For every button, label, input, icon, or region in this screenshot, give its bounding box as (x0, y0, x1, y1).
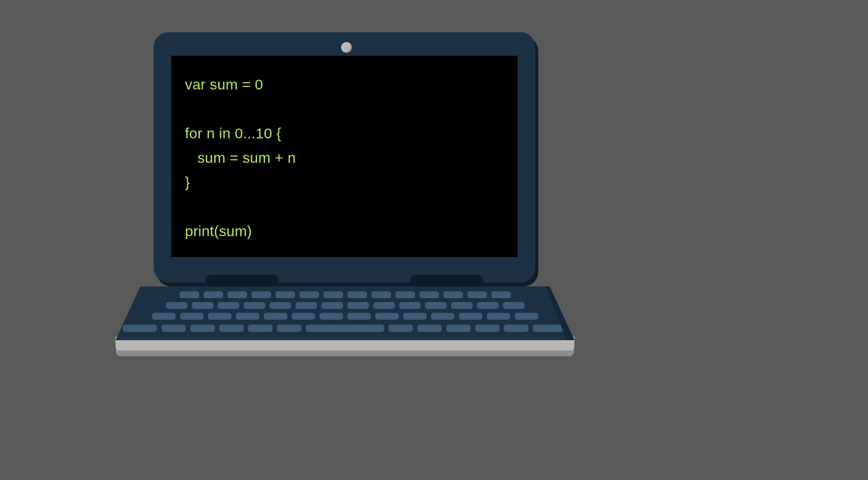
key (477, 302, 499, 309)
key (251, 291, 271, 298)
key (264, 313, 287, 320)
key-row-4 (115, 325, 574, 332)
key (296, 302, 317, 309)
key (161, 325, 186, 332)
webcam-icon (341, 42, 352, 53)
key (503, 302, 525, 309)
key (323, 291, 343, 298)
key (399, 302, 421, 309)
key (166, 302, 187, 309)
key (321, 302, 343, 309)
key (375, 313, 399, 320)
key (277, 325, 301, 332)
code-line-7: print(sum) (185, 223, 252, 239)
key (459, 313, 482, 320)
key (228, 291, 247, 298)
key (347, 291, 367, 298)
key (395, 291, 415, 298)
key (475, 325, 500, 332)
key (248, 325, 273, 332)
spacebar-key (306, 325, 384, 332)
key-row-1 (115, 291, 574, 298)
key (190, 325, 215, 332)
key (371, 291, 391, 298)
key (446, 325, 471, 332)
keyboard-deck (115, 286, 574, 340)
key (152, 313, 176, 320)
key (270, 302, 291, 309)
key (451, 302, 473, 309)
key (443, 291, 463, 298)
key (192, 302, 213, 309)
key (244, 302, 265, 309)
key (388, 325, 413, 332)
code-line-3: for n in 0...10 { (185, 125, 281, 141)
key (403, 313, 427, 320)
key (425, 302, 447, 309)
key (487, 313, 510, 320)
code-line-1: var sum = 0 (185, 76, 263, 92)
key (347, 302, 369, 309)
key (204, 291, 223, 298)
code-line-5: } (185, 174, 190, 190)
key (299, 291, 319, 298)
code-snippet: var sum = 0 for n in 0...10 { sum = sum … (185, 72, 508, 243)
key (373, 302, 395, 309)
key-row-3 (115, 313, 574, 320)
key (320, 313, 343, 320)
key (292, 313, 315, 320)
key (491, 291, 511, 298)
key (236, 313, 259, 320)
code-line-4: sum = sum + n (185, 150, 296, 166)
key (218, 302, 239, 309)
key (347, 313, 371, 320)
laptop-illustration: var sum = 0 for n in 0...10 { sum = sum … (0, 0, 868, 480)
key (419, 291, 439, 298)
key (417, 325, 442, 332)
key (180, 313, 204, 320)
key (208, 313, 231, 320)
key (180, 291, 199, 298)
key (431, 313, 455, 320)
key (275, 291, 295, 298)
key (515, 313, 538, 320)
key (504, 325, 528, 332)
key (467, 291, 487, 298)
key (123, 325, 157, 332)
key (219, 325, 244, 332)
key-row-2 (115, 302, 574, 309)
laptop-screen: var sum = 0 for n in 0...10 { sum = sum … (171, 56, 518, 257)
